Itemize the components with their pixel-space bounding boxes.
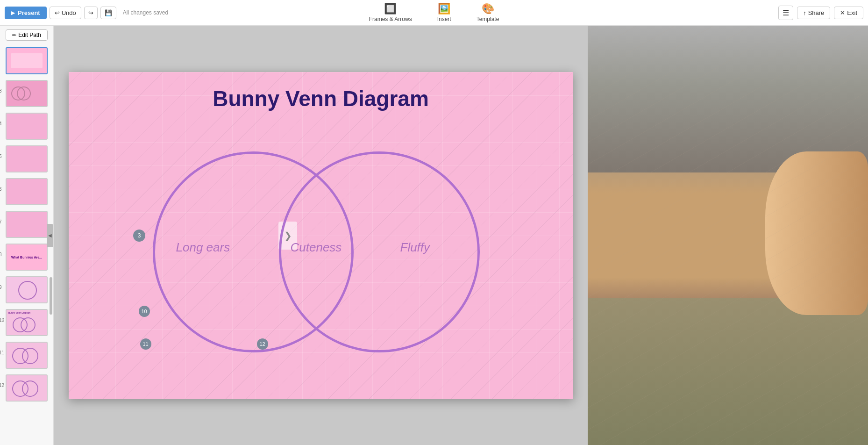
toolbar: Present Undo All changes saved 🔲 Frames …	[0, 0, 868, 26]
frames-arrows-tool[interactable]: 🔲 Frames & Arrows	[363, 1, 418, 24]
venn-label-center[interactable]: Cuteness	[291, 240, 342, 255]
close-icon: ✕	[840, 9, 845, 16]
slide-thumb-container-11: 11	[6, 341, 48, 370]
main-area: Edit Path 3 4 5 6	[0, 26, 868, 445]
collapse-handle[interactable]: ◀	[47, 224, 53, 247]
slide-thumb-container-7: 7	[6, 210, 48, 239]
slide-thumb-8[interactable]: What Bunnies Are...	[6, 244, 48, 271]
slide-node-3: 3	[133, 230, 145, 242]
slide-thumb-4[interactable]	[6, 113, 48, 140]
template-icon: 🎨	[482, 3, 494, 15]
right-panel	[588, 26, 868, 445]
slide-thumb-6[interactable]	[6, 178, 48, 205]
slide-num-3: 3	[0, 88, 2, 93]
slide-num-10: 10	[0, 317, 4, 323]
slide-thumb-11[interactable]	[6, 342, 48, 369]
slide-thumb-5[interactable]	[6, 145, 48, 172]
slide-thumb-container-5: 5	[6, 144, 48, 173]
insert-label: Insert	[437, 16, 451, 22]
toolbar-center: 🔲 Frames & Arrows 🖼️ Insert 🎨 Template	[363, 1, 505, 24]
save-button[interactable]	[100, 7, 116, 19]
exit-button[interactable]: ✕ Exit	[834, 7, 863, 19]
toolbar-right: ☰ ↑ Share ✕ Exit	[778, 6, 863, 20]
share-button[interactable]: ↑ Share	[797, 7, 830, 19]
undo-button[interactable]: Undo	[50, 7, 81, 19]
venn-diagram[interactable]: Long ears Cuteness Fluffy 10 11 12	[139, 128, 503, 380]
slide-thumb-12[interactable]	[6, 374, 48, 402]
bunny-photo	[588, 26, 868, 445]
node-badge-12: 12	[257, 338, 268, 350]
canvas-area[interactable]: 3 Bunny Venn Diagram Long ears Cuteness …	[54, 26, 588, 445]
slide-thumb-9[interactable]	[6, 276, 48, 303]
slide-num-4: 4	[0, 121, 2, 126]
present-button[interactable]: Present	[5, 7, 47, 19]
slide-num-7: 7	[0, 219, 2, 224]
slide-thumb-container-3: 3	[6, 79, 48, 108]
insert-icon: 🖼️	[438, 3, 450, 15]
slide-thumb-container-4: 4	[6, 112, 48, 141]
venn-label-left[interactable]: Long ears	[176, 240, 230, 255]
slide-num-6: 6	[0, 187, 2, 192]
slide-thumb-container-10: 10 Bunny Venn Diagram	[6, 308, 48, 337]
template-label: Template	[477, 16, 499, 22]
slide-thumb-container-12: 12	[6, 373, 48, 402]
slide-num-5: 5	[0, 154, 2, 159]
slide-thumb-3[interactable]	[6, 80, 48, 107]
toolbar-left: Present Undo All changes saved	[5, 7, 168, 19]
slide-thumb-1[interactable]	[6, 47, 48, 74]
slide-num-11: 11	[0, 350, 4, 355]
redo-button[interactable]	[84, 7, 98, 19]
slide-title: Bunny Venn Diagram	[69, 86, 573, 111]
frames-arrows-label: Frames & Arrows	[369, 16, 412, 22]
save-status: All changes saved	[123, 9, 168, 16]
edit-path-button[interactable]: Edit Path	[6, 29, 48, 41]
venn-label-right[interactable]: Fluffy	[400, 240, 430, 255]
frames-arrows-icon: 🔲	[384, 3, 397, 15]
sidebar: Edit Path 3 4 5 6	[0, 26, 54, 445]
scrollbar-handle[interactable]	[50, 277, 52, 315]
node-badge-11: 11	[140, 338, 151, 350]
share-icon: ↑	[803, 9, 806, 16]
node-badge-10: 10	[139, 306, 150, 317]
slide-num-12: 12	[0, 383, 4, 388]
slide-thumb-container-1	[6, 46, 48, 75]
menu-button[interactable]: ☰	[778, 6, 793, 20]
template-tool[interactable]: 🎨 Template	[471, 1, 505, 24]
slide-thumb-container-9: 9	[6, 275, 48, 304]
slide-thumb-container-8: 8 What Bunnies Are...	[6, 243, 48, 272]
slide-thumb-7[interactable]	[6, 211, 48, 238]
slide-thumb-container-6: 6	[6, 177, 48, 206]
insert-tool[interactable]: 🖼️ Insert	[432, 1, 457, 24]
slide-num-8: 8	[0, 252, 2, 257]
slide-num-9: 9	[0, 285, 2, 290]
slide-thumb-10[interactable]: Bunny Venn Diagram	[6, 309, 48, 336]
